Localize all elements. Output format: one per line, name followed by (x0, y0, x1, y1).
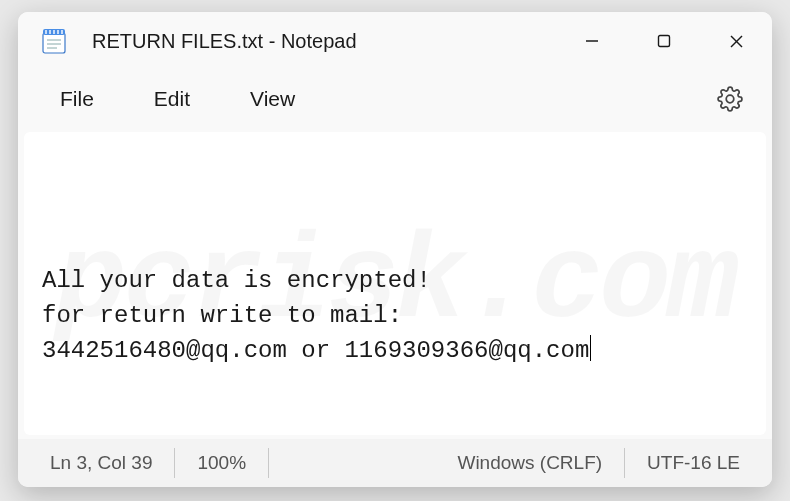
window-controls (556, 12, 772, 70)
gear-icon (717, 86, 743, 112)
svg-rect-0 (43, 33, 65, 53)
editor-line-2: for return write to mail: (42, 302, 402, 329)
minimize-icon (585, 34, 599, 48)
window-title: RETURN FILES.txt - Notepad (92, 30, 556, 53)
editor-line-1: All your data is encrypted! (42, 267, 431, 294)
settings-button[interactable] (706, 75, 754, 123)
status-position: Ln 3, Col 39 (28, 448, 175, 478)
statusbar: Ln 3, Col 39 100% Windows (CRLF) UTF-16 … (18, 439, 772, 487)
close-icon (729, 34, 744, 49)
svg-rect-11 (659, 36, 670, 47)
notepad-window: RETURN FILES.txt - Notepad File Edi (18, 12, 772, 487)
editor-content: All your data is encrypted! for return w… (42, 264, 748, 368)
status-encoding: UTF-16 LE (625, 448, 762, 478)
menu-view[interactable]: View (220, 77, 325, 121)
text-caret (590, 335, 591, 361)
minimize-button[interactable] (556, 12, 628, 70)
status-line-ending: Windows (CRLF) (435, 448, 625, 478)
maximize-button[interactable] (628, 12, 700, 70)
menu-edit[interactable]: Edit (124, 77, 220, 121)
maximize-icon (657, 34, 671, 48)
menu-file[interactable]: File (30, 77, 124, 121)
menubar: File Edit View (18, 70, 772, 128)
close-button[interactable] (700, 12, 772, 70)
notepad-icon (40, 27, 68, 55)
status-zoom[interactable]: 100% (175, 448, 269, 478)
titlebar: RETURN FILES.txt - Notepad (18, 12, 772, 70)
editor-line-3: 3442516480@qq.com or 1169309366@qq.com (42, 337, 589, 364)
text-editor[interactable]: pcrisk.com All your data is encrypted! f… (24, 132, 766, 435)
